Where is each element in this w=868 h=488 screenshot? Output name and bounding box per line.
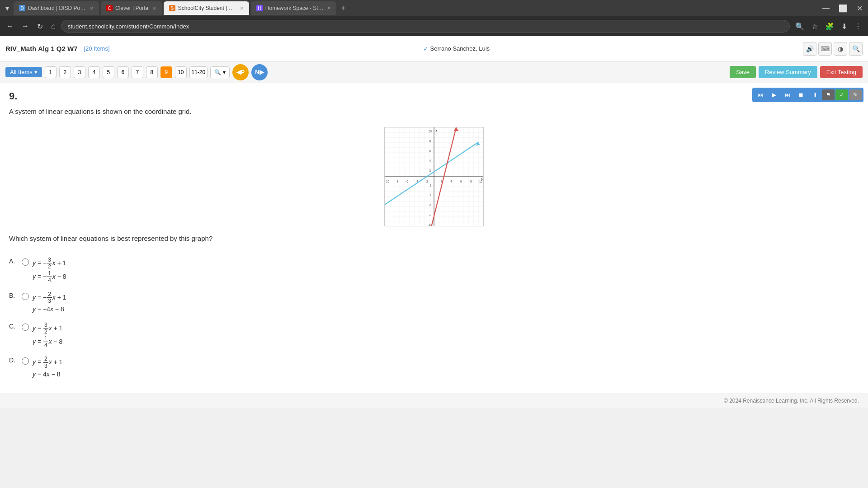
svg-text:6: 6 — [460, 180, 462, 183]
media-rewind-button[interactable]: ⏮ — [754, 89, 767, 100]
search-button[interactable]: 🔍 ▾ — [210, 66, 230, 78]
zoom-accessibility-button[interactable]: 🔍 — [849, 42, 863, 56]
choice-d-radio[interactable] — [22, 357, 29, 365]
media-stop-button[interactable]: ⏹ — [795, 89, 807, 100]
item-btn-4[interactable]: 4 — [88, 66, 100, 78]
coordinate-graph: x y -10 -8 -6 -4 -2 2 4 6 8 10 10 8 6 4 … — [384, 127, 484, 226]
tab-list-button[interactable]: ▾ — [2, 2, 13, 14]
item-btn-3[interactable]: 3 — [74, 66, 85, 78]
new-tab-button[interactable]: + — [337, 2, 349, 15]
svg-text:-6: -6 — [406, 180, 408, 183]
action-buttons: Save Review Summary Exit Testing — [730, 66, 863, 78]
review-summary-button[interactable]: Review Summary — [759, 66, 817, 78]
tab-clever-close[interactable]: ✕ — [152, 5, 156, 11]
edit-button[interactable]: ✎ — [849, 89, 862, 100]
forward-button[interactable]: → — [19, 20, 32, 32]
minimize-button[interactable]: — — [819, 3, 833, 14]
item-btn-1[interactable]: 1 — [45, 66, 57, 78]
item-btn-9[interactable]: 9 — [160, 66, 172, 78]
previous-button[interactable]: ◀ P — [232, 64, 249, 80]
choice-b-content: y = −23x + 1 y = −4x − 8 — [33, 291, 66, 314]
dropdown-arrow-icon: ▾ — [34, 69, 38, 75]
tab-studyx-close[interactable]: ✕ — [327, 5, 331, 11]
svg-text:10: 10 — [479, 180, 483, 183]
flag-button[interactable]: ⚑ — [822, 89, 835, 100]
bookmark-button[interactable]: ☆ — [809, 20, 821, 33]
svg-text:-6: -6 — [429, 203, 431, 206]
tab-bar: ▾ D Dashboard | DISD Portal ✕ C Clever |… — [0, 0, 868, 16]
more-button[interactable]: ⋮ — [852, 20, 864, 33]
address-bar: ← → ↻ ⌂ 🔍 ☆ 🧩 ⬇ ⋮ — [0, 16, 868, 36]
tab-schoolcity-close[interactable]: ✕ — [240, 5, 244, 11]
item-btn-2[interactable]: 2 — [59, 66, 71, 78]
bottom-question-text: Which system of linear equations is best… — [0, 231, 868, 249]
svg-text:8: 8 — [470, 180, 472, 183]
choice-c-radio[interactable] — [22, 324, 29, 331]
item-btn-6[interactable]: 6 — [117, 66, 129, 78]
exit-testing-button[interactable]: Exit Testing — [820, 66, 863, 78]
item-btn-8[interactable]: 8 — [146, 66, 158, 78]
choice-d-letter: D. — [9, 357, 18, 364]
choice-c-content: y = 32x + 1 y = 14x − 8 — [33, 322, 62, 349]
choice-b-letter: B. — [9, 292, 18, 299]
choice-b-line2: y = −4x − 8 — [33, 304, 66, 314]
choice-b-row: B. y = −23x + 1 y = −4x − 8 — [9, 291, 859, 314]
tab-schoolcity[interactable]: S SchoolCity Student | Renaissa... ✕ — [164, 1, 249, 15]
audio-button[interactable]: 🔊 — [803, 42, 816, 56]
choice-b-radio[interactable] — [22, 293, 29, 300]
item-btn-10[interactable]: 10 — [175, 66, 187, 78]
quiz-title: RIV_Math Alg 1 Q2 W7 — [5, 45, 77, 52]
media-toolbar: ⏮ ▶ ⏭ ⏹ ⏸ ⚑ ✓ ✎ — [752, 88, 863, 102]
clever-favicon: C — [106, 5, 113, 11]
tab-dashboard[interactable]: D Dashboard | DISD Portal ✕ — [14, 1, 99, 15]
choice-c-letter: C. — [9, 323, 18, 330]
next-button[interactable]: N ▶ — [251, 64, 268, 80]
svg-text:2: 2 — [429, 169, 431, 172]
choice-b-line1: y = −23x + 1 — [33, 291, 66, 305]
next-label: N — [255, 69, 259, 75]
svg-text:8: 8 — [429, 140, 431, 143]
contrast-button[interactable]: ◑ — [834, 42, 847, 56]
app-toolbar: RIV_Math Alg 1 Q2 W7 [20 Items] ✓ Serran… — [0, 36, 868, 61]
tab-studyx[interactable]: H Homework Space - StudyX ✕ — [251, 1, 336, 15]
accessibility-toolbar: 🔊 ⌨ ◑ 🔍 — [803, 42, 863, 56]
svg-text:y: y — [435, 127, 438, 132]
choice-a-row: A. y = −32x + 1 y = −14x − 8 — [9, 257, 859, 284]
check-button[interactable]: ✓ — [835, 89, 848, 100]
zoom-button[interactable]: 🔍 — [793, 20, 807, 33]
user-verified-icon: ✓ — [423, 45, 429, 52]
choice-d-content: y = 23x + 1 y = 4x − 8 — [33, 356, 62, 379]
refresh-button[interactable]: ↻ — [34, 20, 46, 33]
tab-clever-label: Clever | Portal — [115, 5, 150, 11]
close-button[interactable]: ✕ — [853, 3, 866, 14]
svg-text:-4: -4 — [429, 194, 431, 197]
svg-text:4: 4 — [429, 159, 431, 162]
tab-clever[interactable]: C Clever | Portal ✕ — [101, 1, 162, 15]
extensions-button[interactable]: 🧩 — [822, 20, 837, 33]
svg-text:-2: -2 — [425, 180, 428, 183]
item-btn-7[interactable]: 7 — [132, 66, 143, 78]
choice-a-letter: A. — [9, 258, 18, 265]
footer: © 2024 Renaissance Learning, Inc. All Ri… — [0, 394, 868, 408]
all-items-dropdown[interactable]: All Items ▾ — [5, 67, 42, 77]
choice-d-line1: y = 23x + 1 — [33, 356, 62, 369]
media-play-button[interactable]: ▶ — [768, 89, 780, 100]
download-button[interactable]: ⬇ — [839, 20, 850, 33]
item-range-btn[interactable]: 11-20 — [189, 66, 208, 78]
choice-a-radio[interactable] — [22, 258, 29, 266]
tab-dashboard-close[interactable]: ✕ — [90, 5, 94, 11]
restore-button[interactable]: ⬜ — [835, 3, 851, 14]
user-info: ✓ Serrano Sanchez, Luis — [423, 45, 490, 52]
prev-arrow-icon: ◀ — [236, 69, 241, 75]
address-actions: 🔍 ☆ 🧩 ⬇ ⋮ — [793, 20, 864, 33]
all-items-label: All Items — [10, 69, 33, 75]
choice-a-line1: y = −32x + 1 — [33, 257, 66, 270]
media-fast-forward-button[interactable]: ⏭ — [781, 89, 794, 100]
home-button[interactable]: ⌂ — [48, 20, 58, 32]
keyboard-button[interactable]: ⌨ — [818, 42, 832, 56]
address-input[interactable] — [61, 20, 790, 33]
media-pause-button[interactable]: ⏸ — [808, 89, 821, 100]
save-button[interactable]: Save — [730, 66, 756, 78]
item-btn-5[interactable]: 5 — [103, 66, 114, 78]
back-button[interactable]: ← — [4, 20, 16, 32]
